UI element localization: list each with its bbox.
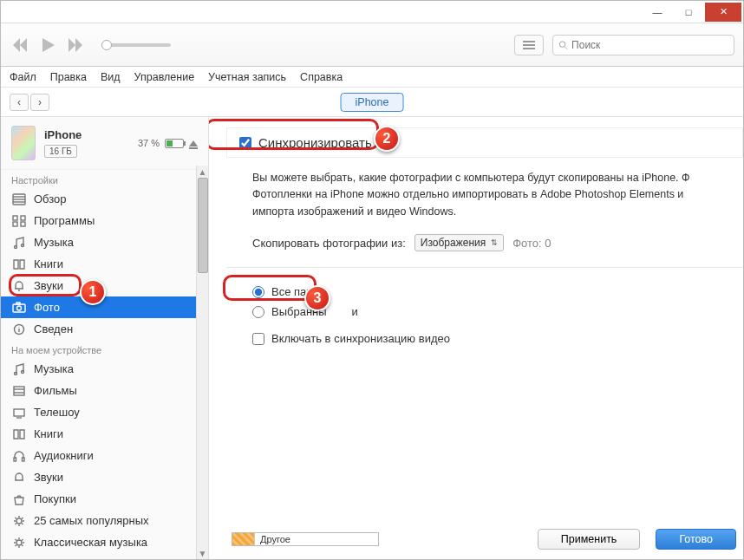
- tv-icon: [11, 407, 27, 419]
- svg-line-1: [565, 46, 567, 49]
- bag-icon: [11, 493, 27, 505]
- svg-rect-6: [13, 216, 17, 220]
- sidebar-item-music[interactable]: Музыка: [1, 231, 208, 253]
- sidebar-item-dev-books[interactable]: Книги: [1, 423, 208, 445]
- menu-account[interactable]: Учетная запись: [208, 71, 286, 83]
- nav-back-button[interactable]: ‹: [10, 94, 29, 111]
- previous-track-button[interactable]: [10, 35, 30, 55]
- camera-icon: [11, 302, 27, 314]
- sidebar-scrollbar[interactable]: ▲ ▼: [196, 166, 208, 559]
- apps-icon: [11, 215, 27, 227]
- scroll-up-icon[interactable]: ▲: [197, 166, 208, 178]
- include-video-label: Включать в синхронизацию видео: [271, 332, 450, 345]
- sidebar-item-apps[interactable]: Программы: [1, 210, 208, 231]
- scroll-down-icon[interactable]: ▼: [197, 547, 208, 559]
- headphones-icon: [11, 450, 27, 462]
- menu-file[interactable]: Файл: [10, 71, 36, 83]
- sidebar-item-label: Телешоу: [34, 406, 80, 419]
- svg-point-20: [22, 370, 24, 373]
- sidebar-item-dev-tvshows[interactable]: Телешоу: [1, 401, 208, 423]
- sidebar-item-label: Музыка: [34, 236, 74, 249]
- window-maximize-button[interactable]: □: [674, 3, 703, 22]
- content-pane: Синхронизировать Вы можете выбрать, каки…: [209, 117, 743, 559]
- radio-selected-folders[interactable]: [252, 306, 264, 318]
- sidebar-item-dev-purchases[interactable]: Покупки: [1, 488, 208, 510]
- sidebar-item-label: Книги: [34, 427, 63, 440]
- sidebar-item-photos[interactable]: Фото: [1, 296, 208, 318]
- window-close-button[interactable]: ✕: [705, 3, 741, 22]
- svg-point-11: [22, 244, 24, 246]
- done-button[interactable]: Готово: [656, 529, 736, 550]
- bell-icon: [11, 472, 27, 484]
- copy-from-label: Скопировать фотографии из:: [252, 237, 406, 250]
- menu-view[interactable]: Вид: [101, 71, 121, 83]
- device-thumbnail-icon: [11, 126, 36, 160]
- sync-help-text: Вы можете выбрать, какие фотографии с ко…: [226, 158, 743, 231]
- next-track-button[interactable]: [65, 35, 86, 55]
- sidebar-item-tones[interactable]: Звуки: [1, 275, 208, 296]
- list-view-button[interactable]: [514, 35, 544, 55]
- radio-all-label: Все папки: [271, 285, 323, 298]
- chevron-updown-icon: ⇅: [491, 238, 498, 247]
- sidebar-item-overview[interactable]: Обзор: [1, 188, 208, 210]
- search-icon: [558, 40, 568, 50]
- battery-percent: 37 %: [138, 138, 160, 148]
- player-toolbar: [1, 23, 743, 67]
- copy-from-row: Скопировать фотографии из: Изображения⇅ …: [226, 231, 743, 267]
- menu-help[interactable]: Справка: [300, 71, 343, 83]
- svg-point-29: [16, 540, 22, 545]
- nav-forward-button[interactable]: ›: [30, 94, 49, 111]
- device-name: iPhone: [44, 128, 129, 141]
- sidebar-item-dev-music[interactable]: Музыка: [1, 358, 208, 380]
- svg-rect-21: [14, 387, 24, 395]
- sidebar-item-label: Аудиокниги: [34, 449, 94, 462]
- svg-rect-8: [13, 222, 17, 226]
- menu-bar: Файл Правка Вид Управление Учетная запис…: [1, 67, 743, 88]
- photo-count: Фото: 0: [512, 237, 551, 250]
- sidebar-item-label: Обзор: [34, 192, 67, 205]
- sidebar-item-info[interactable]: Сведен: [1, 318, 208, 340]
- window-minimize-button[interactable]: —: [643, 3, 672, 22]
- sidebar-item-label: 25 самых популярных: [34, 514, 149, 527]
- apply-button[interactable]: Применить: [538, 529, 641, 550]
- books-icon: [11, 258, 27, 270]
- radio-all-folders[interactable]: [252, 286, 264, 298]
- music-icon: [11, 237, 27, 249]
- svg-rect-15: [16, 303, 20, 304]
- source-select[interactable]: Изображения⇅: [414, 234, 504, 251]
- gear-icon: [11, 537, 27, 549]
- include-video-checkbox[interactable]: [252, 333, 264, 345]
- play-button[interactable]: [37, 35, 58, 55]
- scrollbar-thumb[interactable]: [198, 178, 208, 273]
- storage-segment-other: [232, 533, 255, 545]
- menu-edit[interactable]: Правка: [50, 71, 87, 83]
- device-capacity: 16 ГБ: [44, 145, 77, 158]
- bell-icon: [11, 280, 27, 292]
- sync-checkbox[interactable]: [239, 137, 251, 149]
- search-field[interactable]: [571, 39, 728, 51]
- sidebar-item-dev-audiobooks[interactable]: Аудиокниги: [1, 445, 208, 466]
- sidebar-section-ondevice: На моем устройстве: [1, 340, 208, 358]
- bottom-bar: Другое Применить Готово: [232, 526, 736, 552]
- search-input[interactable]: [552, 35, 734, 55]
- sidebar-item-dev-tones[interactable]: Звуки: [1, 466, 208, 488]
- sidebar-item-dev-movies[interactable]: Фильмы: [1, 380, 208, 401]
- battery-icon: [165, 139, 184, 148]
- svg-rect-26: [14, 458, 16, 461]
- sync-checkbox-row: Синхронизировать: [226, 127, 743, 158]
- main-area: iPhone 16 ГБ 37 % Настройки Обзор Програ…: [1, 117, 743, 559]
- sidebar-item-dev-classical[interactable]: Классическая музыка: [1, 531, 208, 553]
- sidebar-item-books[interactable]: Книги: [1, 253, 208, 275]
- device-tab[interactable]: iPhone: [341, 93, 404, 112]
- window-titlebar: — □ ✕: [1, 1, 743, 23]
- folder-options: Все папки Выбранны и Включать в синхрони…: [226, 267, 743, 362]
- eject-icon[interactable]: [189, 140, 198, 147]
- info-icon: [11, 323, 27, 335]
- sidebar-item-label: Фильмы: [34, 384, 77, 397]
- svg-point-0: [559, 41, 565, 46]
- menu-controls[interactable]: Управление: [134, 71, 195, 83]
- volume-slider[interactable]: [101, 43, 171, 47]
- film-icon: [11, 385, 27, 397]
- sidebar-item-label: Книги: [34, 257, 63, 270]
- sidebar-item-dev-top25[interactable]: 25 самых популярных: [1, 510, 208, 531]
